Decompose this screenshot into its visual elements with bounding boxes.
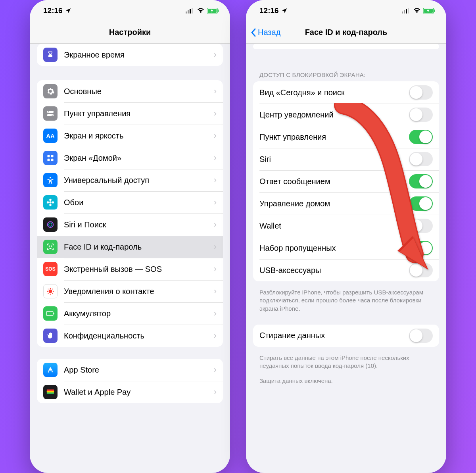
toggle-notif-center: Центр уведомлений — [253, 104, 439, 126]
group-lockscreen-access: Вид «Сегодня» и поиск Центр уведомлений … — [253, 81, 439, 281]
toggle-switch[interactable] — [409, 174, 433, 188]
siri-icon — [43, 217, 58, 232]
toggle-switch[interactable] — [409, 241, 433, 255]
toggle-switch[interactable] — [409, 152, 433, 166]
chevron-right-icon: › — [214, 242, 217, 252]
svg-point-28 — [48, 293, 48, 294]
toggle-switch[interactable] — [409, 130, 433, 144]
status-time: 12:16 — [259, 6, 279, 15]
row-privacy[interactable]: Конфиденциальность › — [37, 325, 223, 347]
back-button[interactable]: Назад — [251, 28, 280, 37]
section-header: ДОСТУП С БЛОКИРОВКОЙ ЭКРАНА: — [246, 61, 446, 81]
wifi-icon — [413, 8, 421, 13]
sos-icon: SOS — [43, 262, 58, 276]
status-time: 12:16 — [43, 6, 63, 15]
row-label: App Store — [64, 365, 214, 375]
back-label: Назад — [258, 28, 280, 37]
svg-point-19 — [49, 246, 50, 246]
svg-point-20 — [51, 246, 52, 246]
chevron-right-icon: › — [214, 387, 217, 397]
toggle-switch[interactable] — [409, 196, 433, 211]
nav-title: Настройки — [109, 28, 151, 37]
row-faceid[interactable]: Face ID и код-пароль › — [37, 236, 223, 258]
svg-rect-3 — [192, 8, 193, 13]
chevron-right-icon: › — [214, 264, 217, 274]
toggle-switch[interactable] — [409, 108, 433, 122]
svg-point-29 — [52, 293, 53, 294]
chevron-right-icon: › — [214, 331, 217, 341]
chevron-left-icon — [251, 28, 256, 37]
location-icon — [281, 8, 288, 14]
group-prev — [253, 44, 439, 49]
row-display[interactable]: AA Экран и яркость › — [37, 125, 223, 147]
row-label: Экран и яркость — [64, 131, 214, 140]
toggle-label: Siri — [259, 155, 271, 164]
status-bar: 12:16 — [246, 0, 446, 21]
text-size-icon: AA — [43, 129, 58, 143]
footer-usb: Разблокируйте iPhone, чтобы разрешить US… — [246, 285, 446, 313]
toggle-label: Центр уведомлений — [259, 110, 334, 119]
row-sos[interactable]: SOS Экстренный вызов — SOS › — [37, 258, 223, 280]
svg-rect-6 — [218, 10, 219, 12]
chevron-right-icon: › — [214, 153, 217, 163]
svg-rect-33 — [47, 391, 54, 392]
svg-rect-2 — [190, 9, 191, 13]
toggle-switch[interactable] — [409, 263, 433, 277]
footer-protection: Защита данных включена. — [246, 370, 446, 385]
toggle-wallet: Wallet — [253, 215, 439, 237]
chevron-right-icon: › — [214, 108, 217, 119]
chevron-right-icon: › — [214, 86, 217, 96]
row-siri[interactable]: Siri и Поиск › — [37, 213, 223, 236]
svg-rect-12 — [51, 155, 54, 158]
svg-rect-32 — [47, 390, 54, 391]
row-wallpaper[interactable]: Обои › — [37, 191, 223, 213]
row-label: Face ID и код-пароль — [64, 242, 214, 252]
svg-rect-41 — [434, 10, 435, 12]
toggle-today: Вид «Сегодня» и поиск — [253, 81, 439, 104]
row-label: Экран «Домой» — [64, 154, 214, 163]
row-label: Экранное время — [64, 50, 214, 60]
row-control-center[interactable]: Пункт управления › — [37, 102, 223, 125]
svg-point-15 — [50, 177, 51, 179]
battery-icon — [207, 8, 219, 13]
toggle-label: Набор пропущенных — [259, 244, 336, 253]
svg-rect-11 — [48, 155, 50, 158]
hand-icon — [43, 329, 58, 343]
row-general[interactable]: Основные › — [37, 80, 223, 102]
row-battery[interactable]: Аккумулятор › — [37, 302, 223, 325]
toggle-home-control: Управление домом — [253, 192, 439, 215]
phone-settings: 12:16 Настройки Экранное время › — [30, 0, 230, 473]
grid-icon — [43, 151, 58, 165]
chevron-right-icon: › — [214, 286, 217, 296]
nav-header: Настройки — [30, 21, 230, 44]
svg-point-21 — [48, 289, 52, 293]
flower-icon — [43, 195, 58, 210]
row-screen-time[interactable]: Экранное время › — [37, 44, 223, 66]
row-wallet[interactable]: Wallet и Apple Pay › — [37, 381, 223, 403]
row-home-screen[interactable]: Экран «Домой» › — [37, 147, 223, 169]
chevron-right-icon: › — [214, 365, 217, 375]
toggle-switch[interactable] — [409, 85, 433, 100]
svg-rect-38 — [408, 8, 409, 13]
toggle-label: Стирание данных — [259, 331, 325, 340]
svg-rect-14 — [51, 159, 54, 161]
row-label: Siri и Поиск — [64, 220, 214, 229]
toggle-switch[interactable] — [409, 219, 433, 233]
chevron-right-icon: › — [214, 308, 217, 319]
group-screen-time: Экранное время › — [37, 44, 223, 66]
row-label: Универсальный доступ — [64, 176, 214, 185]
svg-point-16 — [49, 201, 52, 204]
row-exposure[interactable]: Уведомления о контакте › — [37, 280, 223, 302]
row-appstore[interactable]: App Store › — [37, 359, 223, 381]
row-accessibility[interactable]: Универсальный доступ › — [37, 169, 223, 191]
toggle-missed: Набор пропущенных — [253, 237, 439, 259]
gear-icon — [43, 84, 58, 98]
svg-rect-1 — [188, 10, 189, 13]
svg-point-26 — [48, 288, 48, 289]
row-label: Конфиденциальность — [64, 331, 214, 340]
toggle-usb: USB-аксессуары — [253, 259, 439, 281]
svg-point-22 — [50, 288, 51, 289]
group-store: App Store › Wallet и Apple Pay › — [37, 359, 223, 403]
toggle-reply: Ответ сообщением — [253, 170, 439, 192]
toggle-switch[interactable] — [409, 329, 433, 343]
